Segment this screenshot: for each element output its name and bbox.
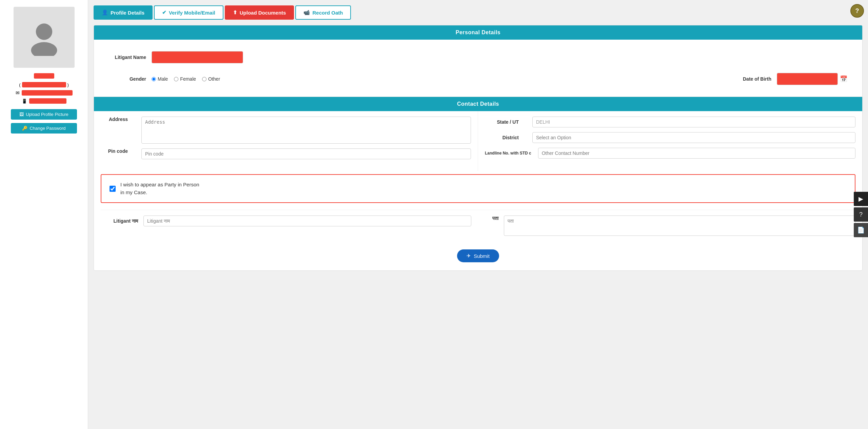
dob-section: Date of Birth 📅 <box>481 73 847 85</box>
tab-upload-label: Upload Documents <box>240 10 286 16</box>
tab-profile[interactable]: 👤 Profile Details <box>94 5 153 20</box>
gender-other[interactable]: Other <box>202 76 220 82</box>
pata-input[interactable] <box>504 216 855 236</box>
contact-right-col: State / UT District Landline No. with ST… <box>478 111 862 171</box>
submit-button[interactable]: ✈ Submit <box>457 249 499 262</box>
sidebar-name-badge <box>34 73 54 79</box>
personal-details-header: Personal Details <box>94 25 862 40</box>
gender-male[interactable]: Male <box>152 76 168 82</box>
hindi-litigant-section: Litigant नाम <box>101 216 471 226</box>
content-card: Personal Details Litigant Name Gender <box>94 25 863 271</box>
address-input[interactable] <box>141 117 471 144</box>
phone-row: 📱 <box>5 98 82 104</box>
gender-other-label: Other <box>208 76 220 82</box>
gender-section: Gender Male Female <box>109 76 475 82</box>
gender-male-radio[interactable] <box>152 77 156 81</box>
litigant-name-row: Litigant Name <box>102 46 854 68</box>
personal-details-body: Litigant Name Gender Male <box>94 40 862 97</box>
send-icon: ✈ <box>467 253 471 259</box>
pincode-row: Pin code <box>101 148 471 159</box>
address-label: Address <box>101 117 128 122</box>
sidebar: ( ) ✉ 📱 🖼 Upload Profile Picture 🔑 Chang… <box>0 0 88 429</box>
camera-icon: 📹 <box>303 9 310 16</box>
district-input[interactable] <box>532 132 855 143</box>
contact-left-col: Address Pin code <box>94 111 478 171</box>
litigant-naam-input[interactable] <box>143 216 471 226</box>
gender-male-label: Male <box>158 76 168 82</box>
hindi-section: Litigant नाम पता <box>94 210 862 241</box>
dob-input-wrapper: 📅 <box>777 73 847 85</box>
tab-profile-label: Profile Details <box>111 10 144 16</box>
help-button[interactable]: ? <box>850 4 864 18</box>
party-in-person-section: I wish to appear as Party in Person in m… <box>101 174 855 203</box>
change-password-button[interactable]: 🔑 Change Password <box>11 123 77 134</box>
upload-picture-button[interactable]: 🖼 Upload Profile Picture <box>11 109 77 120</box>
gender-female-label: Female <box>180 76 196 82</box>
gender-female-radio[interactable] <box>174 77 178 81</box>
dob-input-red[interactable] <box>777 73 838 85</box>
tab-verify[interactable]: ✔ Verify Mobile/Email <box>154 5 223 20</box>
avatar <box>14 7 75 68</box>
key-icon: 🔑 <box>22 126 27 131</box>
other-contact-input[interactable] <box>538 148 855 159</box>
profile-icon: 👤 <box>102 9 108 16</box>
landline-label: Landline No. with STD c <box>485 151 525 156</box>
submit-row: ✈ Submit <box>94 241 862 270</box>
personal-details-title: Personal Details <box>456 29 501 35</box>
state-input[interactable] <box>532 117 855 127</box>
tab-oath-label: Record Oath <box>312 10 343 16</box>
address-row: Address <box>101 117 471 144</box>
litigant-name-input-red[interactable] <box>152 51 243 63</box>
tabs-bar: 👤 Profile Details ✔ Verify Mobile/Email … <box>94 5 863 20</box>
email-row: ✉ <box>5 90 82 96</box>
state-row: State / UT <box>485 117 855 127</box>
upload-picture-label: Upload Profile Picture <box>26 112 68 117</box>
tab-upload[interactable]: ⬆ Upload Documents <box>225 5 294 20</box>
paren-open-icon: ( <box>19 82 20 87</box>
tab-verify-label: Verify Mobile/Email <box>169 10 215 16</box>
pata-label: पता <box>485 216 498 221</box>
litigant-naam-label: Litigant नाम <box>101 218 138 224</box>
svg-point-1 <box>31 42 57 56</box>
help-icon: ? <box>855 7 859 15</box>
upload-icon: ⬆ <box>233 9 237 16</box>
svg-point-0 <box>36 23 52 40</box>
change-password-label: Change Password <box>29 126 65 131</box>
litigant-name-left: Litigant Name <box>109 51 847 63</box>
tab-oath[interactable]: 📹 Record Oath <box>295 5 351 20</box>
gender-label: Gender <box>109 76 146 82</box>
checkbox-label-line2: in my Case. <box>120 189 147 195</box>
sidebar-phone-badge <box>29 98 66 104</box>
gender-dob-row: Gender Male Female <box>102 68 854 90</box>
gender-female[interactable]: Female <box>174 76 196 82</box>
upload-picture-icon: 🖼 <box>19 112 24 117</box>
contact-details-header: Contact Details <box>94 97 862 111</box>
pincode-label: Pin code <box>101 148 128 154</box>
landline-row: Landline No. with STD c <box>485 148 855 159</box>
pincode-input[interactable] <box>141 148 471 159</box>
phone-icon: 📱 <box>22 99 27 104</box>
checkbox-label-line1: I wish to appear as Party in Person <box>120 182 199 187</box>
party-in-person-checkbox[interactable] <box>110 186 116 192</box>
gender-radio-group: Male Female Other <box>152 76 220 82</box>
sidebar-username-badge <box>22 82 66 87</box>
sidebar-email-badge <box>22 90 73 96</box>
verify-icon: ✔ <box>162 9 166 16</box>
contact-grid: Address Pin code State / UT <box>94 111 862 171</box>
float-question-button[interactable]: ? <box>854 207 868 222</box>
state-label: State / UT <box>485 119 519 125</box>
submit-label: Submit <box>474 253 490 259</box>
district-label: District <box>485 135 519 140</box>
party-in-person-label: I wish to appear as Party in Person in m… <box>120 181 199 196</box>
gender-other-radio[interactable] <box>202 77 206 81</box>
contact-details-title: Contact Details <box>457 101 499 107</box>
paren-close-icon: ) <box>67 82 69 87</box>
litigant-name-label: Litigant Name <box>109 55 146 60</box>
float-pdf-button[interactable]: 📄 <box>854 223 868 237</box>
district-row: District <box>485 132 855 143</box>
email-icon: ✉ <box>16 90 20 96</box>
right-float-panel: ▶ ? 📄 <box>854 192 868 237</box>
float-play-button[interactable]: ▶ <box>854 192 868 206</box>
hindi-pata-section: पता <box>485 216 855 236</box>
calendar-icon[interactable]: 📅 <box>840 75 847 83</box>
